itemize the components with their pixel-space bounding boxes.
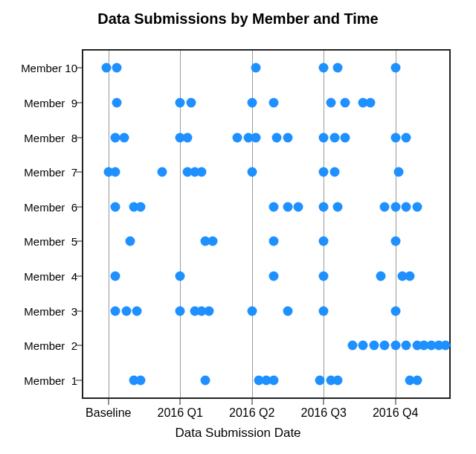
- data-point: [182, 132, 192, 142]
- data-point: [329, 132, 339, 142]
- y-tick-label: Member 9: [3, 96, 77, 109]
- data-point: [394, 167, 404, 177]
- y-tick-mark: [76, 172, 82, 173]
- chart-title: Data Submissions by Member and Time: [0, 0, 476, 28]
- y-tick-mark: [76, 137, 82, 138]
- y-tick-mark: [76, 102, 82, 103]
- data-point: [204, 306, 213, 316]
- data-point: [390, 306, 400, 316]
- data-point: [176, 271, 185, 281]
- data-point: [112, 97, 122, 107]
- y-tick-label: Member 2: [3, 339, 77, 352]
- data-point: [319, 202, 329, 211]
- data-point: [233, 132, 242, 142]
- x-tick-mark: [324, 399, 324, 405]
- data-point: [268, 237, 278, 246]
- y-tick-label: Member 6: [3, 200, 77, 213]
- x-tick-label: Baseline: [86, 406, 131, 420]
- data-point: [319, 132, 329, 142]
- y-tick-label: Member 8: [3, 131, 77, 144]
- data-point: [136, 375, 146, 385]
- data-point: [333, 375, 343, 385]
- data-point: [319, 306, 329, 316]
- data-point: [341, 132, 350, 142]
- y-tick-mark: [76, 310, 82, 311]
- data-point: [319, 237, 329, 246]
- x-tick-mark: [395, 399, 396, 405]
- data-point: [390, 202, 400, 211]
- data-point: [176, 97, 185, 107]
- gridline: [324, 51, 324, 397]
- x-tick-mark: [108, 399, 109, 405]
- data-point: [390, 132, 400, 142]
- data-point: [112, 63, 122, 73]
- y-tick-mark: [76, 68, 82, 68]
- data-point: [294, 202, 303, 211]
- data-point: [369, 341, 379, 351]
- data-point: [119, 132, 129, 142]
- data-point: [405, 271, 414, 281]
- data-point: [347, 341, 357, 351]
- data-point: [441, 341, 451, 351]
- data-point: [111, 167, 120, 177]
- data-point: [247, 97, 257, 107]
- data-point: [283, 306, 292, 316]
- data-point: [402, 202, 411, 211]
- data-point: [101, 63, 111, 73]
- y-tick-mark: [76, 206, 82, 207]
- x-tick-label: 2016 Q4: [373, 406, 418, 420]
- data-point: [283, 132, 292, 142]
- y-tick-mark: [76, 345, 82, 346]
- data-point: [268, 375, 278, 385]
- data-point: [412, 202, 422, 211]
- data-point: [390, 341, 400, 351]
- data-point: [319, 167, 329, 177]
- data-point: [121, 306, 131, 316]
- chart-container: Data Submissions by Member and Time Data…: [0, 0, 476, 454]
- gridline: [109, 51, 109, 397]
- x-tick-label: 2016 Q3: [300, 406, 346, 420]
- data-point: [111, 306, 120, 316]
- data-point: [111, 202, 120, 211]
- data-point: [247, 167, 257, 177]
- data-point: [326, 97, 335, 107]
- data-point: [268, 202, 278, 211]
- data-point: [380, 202, 390, 211]
- data-point: [111, 271, 120, 281]
- data-point: [197, 167, 207, 177]
- y-tick-mark: [76, 275, 82, 276]
- data-point: [268, 97, 278, 107]
- data-point: [251, 63, 260, 73]
- data-point: [329, 167, 339, 177]
- x-tick-mark: [180, 399, 181, 405]
- data-point: [402, 132, 411, 142]
- x-tick-label: 2016 Q1: [158, 406, 203, 420]
- data-point: [125, 237, 135, 246]
- y-tick-label: Member 5: [3, 235, 77, 248]
- data-point: [341, 97, 350, 107]
- data-point: [390, 63, 400, 73]
- data-point: [315, 375, 325, 385]
- data-point: [176, 306, 185, 316]
- data-point: [412, 375, 422, 385]
- x-tick-mark: [251, 399, 252, 405]
- data-point: [333, 63, 343, 73]
- data-point: [358, 341, 368, 351]
- data-point: [158, 167, 167, 177]
- plot-area: [82, 49, 451, 399]
- data-point: [251, 132, 260, 142]
- x-tick-label: 2016 Q2: [229, 406, 274, 420]
- data-point: [208, 237, 217, 246]
- y-tick-label: Member 4: [3, 269, 77, 282]
- data-point: [319, 271, 329, 281]
- y-tick-label: Member 1: [3, 374, 77, 386]
- data-point: [365, 97, 375, 107]
- y-tick-mark: [76, 241, 82, 242]
- data-point: [268, 271, 278, 281]
- data-point: [376, 271, 386, 281]
- y-tick-label: Member 3: [3, 304, 77, 317]
- data-point: [132, 306, 142, 316]
- x-axis-label: Data Submission Date: [0, 426, 476, 441]
- data-point: [402, 341, 411, 351]
- data-point: [186, 97, 196, 107]
